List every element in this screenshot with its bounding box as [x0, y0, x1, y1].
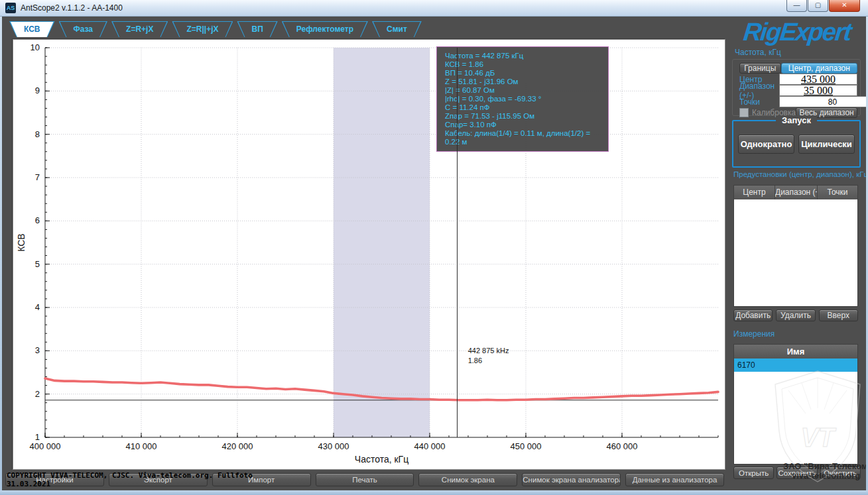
maximize-button[interactable]: ▢ [808, 0, 828, 12]
svg-text:КСВ: КСВ [16, 233, 27, 251]
svg-text:4: 4 [35, 302, 40, 312]
svg-text:Частота, кГц: Частота, кГц [355, 454, 408, 465]
window-border-left [0, 16, 2, 495]
tooltip-line: Zпар = 71.53 - j115.95 Ом [445, 112, 603, 121]
svg-text:442 875 kHz: 442 875 kHz [468, 347, 509, 355]
screenshot-button[interactable]: Снимок экрана [418, 473, 517, 486]
frequency-settings-group: Границы Центр, диапазон Центр Диапазон (… [732, 59, 861, 116]
svg-text:9: 9 [35, 85, 40, 95]
svg-text:5: 5 [35, 259, 40, 269]
tab-phase[interactable]: Фаза [59, 21, 108, 37]
run-cyclic-button[interactable]: Циклически [798, 135, 855, 154]
svg-text:10: 10 [31, 42, 40, 52]
tooltip-line: КСВ = 1.86 [445, 60, 603, 69]
preset-up-button[interactable]: Вверх [819, 309, 858, 321]
tooltip-line: |rho| = 0.30, фаза = -69.33 ° [445, 95, 603, 103]
tooltip-line: Кабель: длина(1/4) = 0.11 м, длина(1/2) … [445, 129, 603, 146]
frequency-section-label: Частота, кГц [735, 48, 781, 57]
span-input[interactable] [779, 85, 857, 96]
watermark-site: viva-telecom.org [792, 470, 860, 480]
close-button[interactable]: ✕ [829, 0, 860, 12]
tab-reflectometer[interactable]: Рефлектометр [282, 21, 368, 37]
presets-col-span[interactable]: Диапазон (+/-) [775, 186, 818, 199]
analyzer-screenshot-button[interactable]: Снимок экрана анализатора [522, 473, 621, 486]
run-single-button[interactable]: Однократно [738, 135, 794, 154]
tooltip-line: Z = 51.81 - j31.96 Ом [445, 78, 603, 86]
presets-section-label: Предустановки (центр, диапазон), кГц [733, 170, 868, 178]
tooltip-line: Спар= 3.10 пФ [445, 121, 603, 129]
presets-col-center[interactable]: Центр [734, 186, 775, 199]
presets-col-points[interactable]: Точки [818, 186, 857, 199]
svg-text:6: 6 [35, 215, 40, 225]
run-group: Запуск Однократно Циклически [732, 120, 861, 168]
print-button[interactable]: Печать [316, 473, 414, 486]
preset-delete-button[interactable]: Удалить [776, 309, 815, 321]
tooltip-line: ВП = 10.46 дБ [445, 69, 603, 78]
window-title: AntScope2 v.1.1.2 - AA-1400 [21, 3, 123, 13]
svg-text:460 000: 460 000 [607, 441, 638, 451]
tab-swr[interactable]: КСВ [9, 21, 55, 37]
window-border-bottom [0, 490, 868, 495]
watermark-company: ЗАО "Вива-Телеком" [783, 461, 868, 471]
minimize-button[interactable]: — [786, 0, 807, 12]
cursor-tooltip: Частота = 442 875 кГц КСВ = 1.86 ВП = 10… [436, 46, 609, 152]
copyright-watermark: COPYRIGHT VIVA-TELECOM, CJSC. Viva-telec… [7, 471, 253, 488]
svg-text:450 000: 450 000 [511, 441, 542, 451]
measurements-col-name[interactable]: Имя [734, 345, 857, 358]
tab-rl[interactable]: ВП [237, 21, 277, 37]
bounds-mode-button[interactable]: Границы [739, 63, 781, 74]
app-icon: AS [5, 3, 16, 13]
chart-tabs: КСВ Фаза Z=R+jX Z=R||+jX ВП Рефлектометр… [9, 21, 422, 37]
presets-table[interactable]: Центр Диапазон (+/-) Точки [733, 185, 858, 307]
svg-text:7: 7 [35, 172, 40, 182]
title-bar[interactable]: AS AntScope2 v.1.1.2 - AA-1400 [0, 0, 868, 17]
svg-text:410 000: 410 000 [126, 441, 157, 451]
svg-text:1: 1 [35, 432, 40, 442]
tooltip-line: C = 11.24 пФ [445, 103, 603, 112]
svg-text:1.86: 1.86 [468, 357, 482, 364]
tab-z-series[interactable]: Z=R+jX [111, 21, 168, 37]
measurement-open-button[interactable]: Открыть [733, 467, 774, 479]
preset-add-button[interactable]: Добавить [733, 309, 773, 321]
calibration-checkbox[interactable] [739, 108, 749, 117]
svg-text:420 000: 420 000 [222, 441, 253, 451]
tooltip-line: |Z| = 60.87 Ом [445, 86, 603, 95]
run-group-title: Запуск [776, 115, 817, 125]
swr-chart[interactable]: 400 000410 000420 000430 000440 000450 0… [13, 40, 725, 469]
svg-text:400 000: 400 000 [30, 441, 61, 451]
tab-smith[interactable]: Смит [372, 21, 422, 37]
center-span-mode-button[interactable]: Центр, диапазон [781, 63, 857, 74]
points-label: Точки [735, 97, 760, 107]
measurements-section-label: Измерения [733, 329, 775, 339]
measurements-list[interactable]: Имя 6170 [733, 344, 858, 465]
tab-z-parallel[interactable]: Z=R||+jX [172, 21, 233, 37]
svg-text:430 000: 430 000 [318, 441, 349, 451]
center-frequency-input[interactable] [779, 74, 857, 85]
analyzer-data-button[interactable]: Данные из анализатора [625, 473, 724, 486]
presets-table-header: Центр Диапазон (+/-) Точки [734, 186, 857, 199]
svg-text:2: 2 [35, 389, 40, 399]
svg-text:440 000: 440 000 [414, 441, 446, 451]
rigexpert-logo: RigExpert [728, 17, 867, 46]
svg-text:3: 3 [35, 345, 40, 355]
svg-text:8: 8 [35, 129, 40, 139]
measurement-row-selected[interactable]: 6170 [734, 358, 857, 372]
window-controls: — ▢ ✕ [786, 0, 860, 12]
cursor-marker-line[interactable] [457, 48, 458, 437]
application-window: AS AntScope2 v.1.1.2 - AA-1400 — ▢ ✕ КСВ… [0, 0, 868, 495]
swr-chart-panel[interactable]: 400 000410 000420 000430 000440 000450 0… [13, 40, 725, 469]
points-input[interactable] [779, 96, 868, 107]
tooltip-line: Частота = 442 875 кГц [445, 52, 603, 60]
